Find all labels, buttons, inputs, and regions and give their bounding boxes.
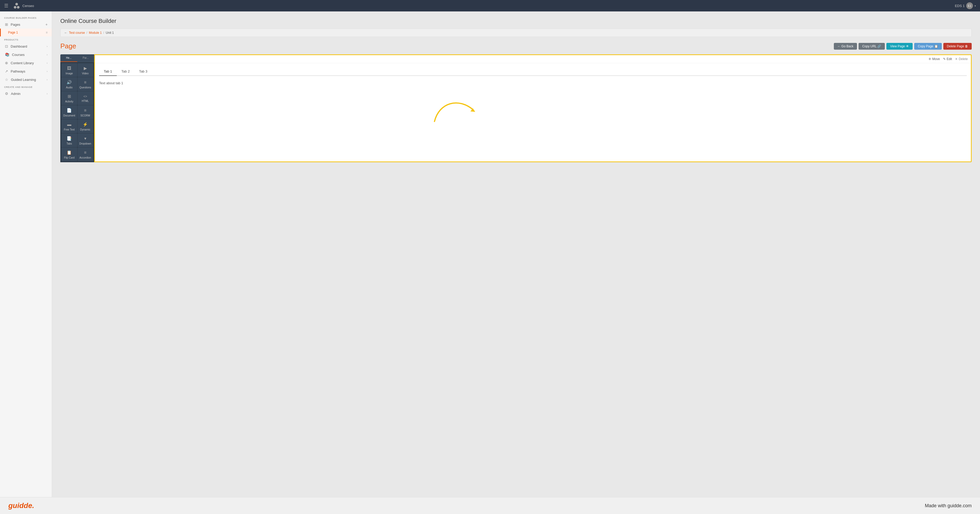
picker-tab-paragraph[interactable]: Par... — [77, 54, 94, 62]
go-back-button[interactable]: ← Go Back — [834, 43, 857, 50]
guided-learning-chevron-icon: › — [46, 78, 48, 81]
activity-picker-icon: ⊞ — [68, 94, 71, 99]
top-navigation: ☰ Censeo EDS 1 E1 ▾ — [0, 0, 980, 11]
breadcrumb-back-icon: ← — [64, 31, 67, 35]
picker-label-html: HTML — [82, 100, 89, 102]
picker-item-accordion[interactable]: ≡ Accordion — [78, 148, 93, 161]
html-picker-icon: <> — [83, 95, 87, 98]
sidebar-label-guided-learning: Guided Learning — [11, 78, 36, 82]
breadcrumb: ← Test course / Module 1 / Unit 1 — [60, 29, 972, 37]
sidebar-item-page1[interactable]: Page 1 ≡ — [0, 29, 52, 36]
image-picker-icon: 🖼 — [67, 66, 71, 71]
picker-item-dynamic[interactable]: ⚡ Dynamic — [78, 119, 93, 133]
sidebar-item-pathways[interactable]: ↗ Pathways › — [0, 67, 52, 75]
tab-btn-2[interactable]: Tab 2 — [117, 67, 134, 76]
questions-picker-icon: ≡ — [84, 80, 86, 85]
censeo-logo-icon — [13, 2, 21, 10]
user-badge[interactable]: EDS 1 E1 ▾ — [955, 2, 976, 9]
move-action[interactable]: ✛ Move — [929, 57, 940, 61]
picker-item-scorm[interactable]: ≡ SCORM — [78, 105, 93, 119]
sidebar-label-pathways: Pathways — [11, 70, 25, 73]
copy-url-button[interactable]: Copy URL 🔗 — [859, 43, 885, 50]
sidebar-section-create: Create and Manage — [0, 84, 52, 89]
edit-label: Edit — [947, 57, 952, 61]
sidebar-item-guided-learning[interactable]: ☆ Guided Learning › — [0, 75, 52, 84]
picker-item-html[interactable]: <> HTML — [78, 91, 93, 105]
footer: guidde. Made with guidde.com — [0, 497, 980, 514]
picker-item-audio[interactable]: 🔊 Audio — [61, 77, 77, 91]
flip-card-picker-icon: 📋 — [67, 150, 72, 155]
tab-preview-wrapper: ✛ Move ✎ Edit ✕ Delete Tab 1 Tab — [94, 54, 972, 162]
footer-tagline: Made with guidde.com — [925, 503, 972, 509]
courses-icon: 📚 — [5, 52, 10, 57]
picker-item-flip-card[interactable]: 📋 Flip Card — [61, 148, 77, 161]
move-icon: ✛ — [929, 57, 931, 61]
hamburger-icon[interactable]: ☰ — [4, 3, 8, 9]
svg-point-2 — [17, 6, 19, 9]
sidebar-label-courses: Courses — [12, 53, 24, 57]
accordion-picker-icon: ≡ — [84, 150, 86, 155]
picker-item-image[interactable]: 🖼 Image — [61, 63, 77, 77]
picker-item-video[interactable]: ▶ Video — [78, 63, 93, 77]
picker-label-questions: Questions — [80, 86, 91, 89]
picker-item-document[interactable]: 📄 Document — [61, 105, 77, 119]
picker-label-scorm: SCORM — [80, 114, 90, 117]
tab-btn-3[interactable]: Tab 3 — [134, 67, 152, 76]
dashboard-icon: ⊡ — [5, 44, 8, 48]
copy-page-button[interactable]: Copy Page 📋 — [914, 43, 942, 50]
sidebar-item-pages[interactable]: ⊞ Pages + — [0, 20, 52, 29]
nav-left: ☰ Censeo — [4, 2, 34, 10]
logo-container: Censeo — [13, 2, 34, 10]
nav-right: EDS 1 E1 ▾ — [955, 2, 976, 9]
content-library-icon: ⊕ — [5, 61, 8, 65]
add-page-icon[interactable]: + — [46, 22, 48, 27]
picker-item-dropdown[interactable]: ▾ Dropdown — [78, 133, 93, 147]
admin-icon: ⚙ — [5, 92, 8, 96]
picker-item-activity[interactable]: ⊞ Activity — [61, 91, 77, 105]
content-library-chevron-icon: › — [46, 61, 48, 65]
sidebar-label-dashboard: Dashboard — [11, 44, 27, 48]
delete-page-button[interactable]: Delete Page 🗑 — [943, 43, 972, 50]
delete-action[interactable]: ✕ Delete — [955, 57, 968, 61]
video-picker-icon: ▶ — [84, 66, 87, 71]
tab-btn-1[interactable]: Tab 1 — [99, 67, 117, 76]
dashboard-chevron-icon: › — [46, 45, 48, 48]
document-picker-icon: 📄 — [67, 108, 72, 113]
breadcrumb-test-course[interactable]: Test course — [69, 31, 85, 35]
scorm-picker-icon: ≡ — [84, 108, 86, 113]
sidebar-item-admin[interactable]: ⚙ Admin › — [0, 89, 52, 98]
sidebar-item-dashboard[interactable]: ⊡ Dashboard › — [0, 42, 52, 51]
admin-chevron-icon: › — [46, 92, 48, 95]
sidebar-item-content-library[interactable]: ⊕ Content Library › — [0, 59, 52, 67]
sidebar-item-courses[interactable]: 📚 Courses › — [0, 51, 52, 59]
page-section-header: Page ← Go Back Copy URL 🔗 View Page 👁 Co… — [60, 42, 972, 50]
page1-label: Page 1 — [8, 31, 18, 34]
pages-icon: ⊞ — [5, 22, 8, 27]
picker-tab-heading[interactable]: He... — [60, 54, 77, 62]
picker-item-free-text[interactable]: ▬ Free Text — [61, 119, 77, 133]
user-avatar: E1 — [966, 2, 973, 9]
app-body: Course Builder Pages ⊞ Pages + Page 1 ≡ … — [0, 11, 980, 497]
picker-label-tabs: Tabs — [67, 142, 72, 145]
breadcrumb-module[interactable]: Module 1 — [89, 31, 102, 35]
page1-icon: ≡ — [46, 31, 48, 34]
content-area: He... Par... 🖼 Image ▶ Video 🔊 Audio — [60, 54, 972, 162]
delete-icon: ✕ — [955, 57, 958, 61]
picker-item-tabs[interactable]: 📑 Tabs — [61, 133, 77, 147]
delete-label: Delete — [959, 57, 968, 61]
picker-label-activity: Activity — [65, 100, 73, 103]
toolbar-buttons: ← Go Back Copy URL 🔗 View Page 👁 Copy Pa… — [834, 43, 972, 50]
svg-point-1 — [14, 6, 16, 9]
breadcrumb-sep2: / — [103, 31, 104, 35]
sidebar-label-admin: Admin — [11, 92, 21, 96]
picker-grid: 🖼 Image ▶ Video 🔊 Audio ≡ Questions — [60, 62, 94, 162]
guided-learning-icon: ☆ — [5, 78, 8, 82]
view-page-button[interactable]: View Page 👁 — [886, 43, 913, 50]
edit-action[interactable]: ✎ Edit — [943, 57, 952, 61]
dynamic-picker-icon: ⚡ — [83, 122, 88, 127]
picker-label-flip-card: Flip Card — [64, 156, 75, 159]
pathways-chevron-icon: › — [46, 70, 48, 73]
sidebar-section-course-builder: Course Builder Pages — [0, 14, 52, 20]
picker-item-questions[interactable]: ≡ Questions — [78, 77, 93, 91]
audio-picker-icon: 🔊 — [67, 80, 72, 85]
